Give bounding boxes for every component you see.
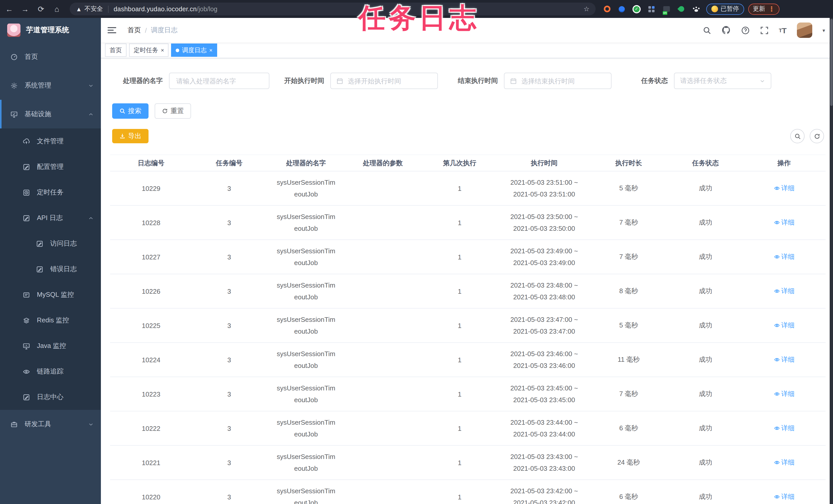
file-upload-icon — [23, 137, 30, 145]
reset-button[interactable]: 重置 — [155, 103, 191, 119]
chevron-up-icon — [88, 215, 94, 221]
tab-job-log[interactable]: 调度日志 × — [171, 44, 217, 57]
font-size-icon[interactable]: TT — [779, 26, 787, 34]
url-path: /job/log — [197, 5, 217, 12]
sidebar-item-infrastructure[interactable]: 基础设施 — [0, 100, 101, 128]
end-time-input[interactable] — [520, 76, 605, 85]
page-scrollbar[interactable] — [830, 18, 833, 504]
browser-home-button[interactable]: ⌂ — [50, 2, 64, 16]
col-status: 任务状态 — [668, 155, 743, 171]
grid-extension-icon[interactable] — [647, 5, 656, 13]
sidebar-item-mysql-monitor[interactable]: MySQL 监控 — [0, 282, 101, 307]
chevron-down-icon — [88, 421, 94, 427]
search-button[interactable]: 搜索 — [112, 103, 148, 119]
detail-link[interactable]: 详细 — [774, 252, 794, 261]
leaf-extension-icon[interactable] — [677, 5, 685, 13]
tab-close-icon[interactable]: × — [209, 47, 213, 53]
detail-link[interactable]: 详细 — [774, 184, 794, 193]
help-icon[interactable] — [741, 26, 749, 34]
cell-exec-time: 2021-05-03 23:42:00 ~2021-05-03 23:42:00 — [499, 480, 589, 504]
sidebar-item-config-management[interactable]: 配置管理 — [0, 154, 101, 180]
cell-handler-param — [346, 274, 420, 308]
green-check-extension-icon[interactable]: ✓ — [633, 5, 641, 13]
github-icon[interactable] — [721, 26, 731, 35]
detail-link[interactable]: 详细 — [774, 321, 794, 330]
cell-handler-name: sysUserSessionTimeoutJob — [266, 411, 346, 446]
eye-icon — [774, 254, 780, 260]
header-search-icon[interactable] — [703, 26, 711, 34]
cell-log-id: 10221 — [110, 446, 192, 480]
cell-duration: 7 毫秒 — [589, 377, 668, 411]
cell-actions: 详细 — [743, 240, 826, 274]
tab-scheduled-jobs[interactable]: 定时任务 × — [129, 44, 169, 57]
blue-drop-extension-icon[interactable] — [618, 5, 626, 13]
infrastructure-icon — [10, 110, 18, 118]
cell-exec-index: 1 — [420, 446, 499, 480]
message-icon — [23, 291, 30, 299]
cell-log-id: 10227 — [110, 240, 192, 274]
paw-extension-icon[interactable] — [692, 5, 700, 13]
start-time-input[interactable] — [347, 76, 432, 85]
chevron-up-icon — [88, 111, 94, 117]
fullscreen-icon[interactable] — [760, 26, 768, 34]
scrollbar-thumb[interactable] — [830, 19, 833, 106]
tab-close-icon[interactable]: × — [161, 47, 164, 53]
timer-icon — [23, 188, 30, 196]
detail-link[interactable]: 详细 — [774, 355, 794, 364]
browser-menu-icon[interactable]: ⋮ — [768, 6, 775, 12]
sidebar-toggle-icon[interactable] — [108, 27, 116, 33]
edit-icon — [36, 265, 44, 273]
sidebar-item-scheduled-jobs[interactable]: 定时任务 — [0, 180, 101, 205]
sidebar-item-system[interactable]: 系统管理 — [0, 71, 101, 100]
cell-status: 成功 — [668, 171, 743, 205]
address-bar[interactable]: ▲ 不安全 dashboard.yudao.iocoder.cn /job/lo… — [70, 3, 596, 15]
browser-update-chip[interactable]: 更新 ⋮ — [748, 3, 780, 15]
eye-icon — [774, 288, 780, 294]
detail-link[interactable]: 详细 — [774, 218, 794, 227]
emoji-avatar-icon — [711, 6, 718, 12]
sidebar-item-home[interactable]: 首页 — [0, 43, 101, 71]
sidebar-item-redis-monitor[interactable]: Redis 监控 — [0, 307, 101, 333]
table-row: 10226 3 sysUserSessionTimeoutJob 1 2021-… — [110, 274, 826, 308]
sidebar-item-file-management[interactable]: 文件管理 — [0, 128, 101, 154]
job-status-select[interactable]: 请选择任务状态 — [674, 73, 771, 89]
browser-back-button[interactable]: ← — [3, 2, 16, 16]
user-avatar[interactable] — [797, 23, 812, 38]
end-time-picker[interactable] — [504, 73, 612, 89]
bookmark-star-icon[interactable]: ☆ — [584, 5, 590, 13]
cell-job-id: 3 — [192, 274, 266, 308]
cell-duration: 5 毫秒 — [589, 171, 668, 205]
detail-link[interactable]: 详细 — [774, 458, 794, 467]
cell-actions: 详细 — [743, 308, 826, 343]
browser-reload-button[interactable]: ⟳ — [34, 2, 48, 16]
cell-log-id: 10222 — [110, 411, 192, 446]
sidebar-item-trace[interactable]: 链路追踪 — [0, 359, 101, 384]
browser-forward-button[interactable]: → — [19, 2, 32, 16]
switch-on-extension-icon[interactable]: on — [662, 5, 670, 13]
detail-link[interactable]: 详细 — [774, 424, 794, 433]
sidebar-item-devtools[interactable]: 研发工具 — [0, 410, 101, 438]
cell-log-id: 10225 — [110, 308, 192, 343]
detail-link[interactable]: 详细 — [774, 492, 794, 501]
adblock-extension-icon[interactable] — [603, 5, 611, 13]
refresh-table-button[interactable] — [810, 129, 824, 143]
sidebar-item-api-log[interactable]: API 日志 — [0, 205, 101, 231]
cell-exec-index: 1 — [420, 411, 499, 446]
sidebar-item-error-log[interactable]: 错误日志 — [0, 256, 101, 282]
avatar-caret-icon[interactable]: ▾ — [823, 27, 825, 33]
sidebar-item-java-monitor[interactable]: Java 监控 — [0, 333, 101, 359]
cell-job-id: 3 — [192, 171, 266, 205]
cell-duration: 6 毫秒 — [589, 480, 668, 504]
security-warning-icon[interactable]: ▲ — [76, 5, 82, 12]
sidebar-item-access-log[interactable]: 访问日志 — [0, 231, 101, 256]
handler-name-input[interactable] — [175, 76, 263, 85]
sidebar-item-log-center[interactable]: 日志中心 — [0, 384, 101, 410]
tab-home[interactable]: 首页 — [105, 44, 126, 57]
breadcrumb-home-link[interactable]: 首页 — [127, 26, 141, 35]
detail-link[interactable]: 详细 — [774, 389, 794, 399]
start-time-picker[interactable] — [330, 73, 438, 89]
detail-link[interactable]: 详细 — [774, 286, 794, 296]
export-button[interactable]: 导出 — [112, 129, 148, 143]
toggle-search-button[interactable] — [790, 129, 805, 143]
paused-profile-chip[interactable]: 已暂停 — [706, 3, 744, 15]
